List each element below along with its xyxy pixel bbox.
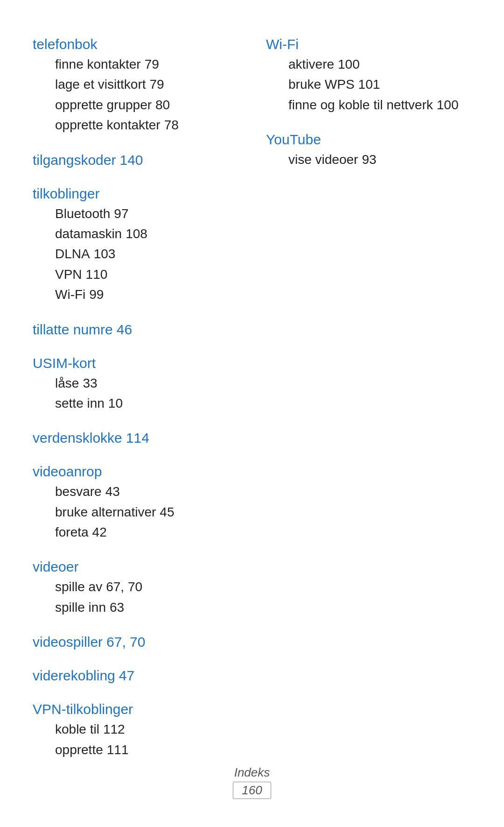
sub-number: 78 xyxy=(164,115,179,135)
list-item: opprette kontakter 78 xyxy=(55,115,238,135)
index-entry-youtube: YouTube vise videoer 93 xyxy=(266,123,471,170)
sub-label: spille av xyxy=(55,577,102,597)
sub-usim-kort: låse 33 sette inn 10 xyxy=(33,373,238,414)
sub-number: 103 xyxy=(94,244,116,264)
page-content: telefonbok finne kontakter 79 lage et vi… xyxy=(0,0,504,818)
list-item: lage et visittkort 79 xyxy=(55,74,238,94)
right-column: Wi-Fi aktivere 100 bruke WPS 101 finne o… xyxy=(257,28,471,762)
list-item: besvare 43 xyxy=(55,481,238,502)
list-item: spille av 67, 70 xyxy=(55,577,238,597)
heading-wifi: Wi-Fi xyxy=(266,36,299,52)
heading-usim-kort: USIM-kort xyxy=(33,355,96,371)
sub-number: 99 xyxy=(89,284,104,304)
list-item: VPN 110 xyxy=(55,264,238,284)
list-item: vise videoer 93 xyxy=(288,149,471,170)
index-entry-videoanrop: videoanrop besvare 43 bruke alternativer… xyxy=(33,455,238,542)
index-entry-usim-kort: USIM-kort låse 33 sette inn 10 xyxy=(33,347,238,414)
sub-number: 101 xyxy=(358,74,380,94)
sub-label: vise videoer xyxy=(288,149,358,170)
list-item: sette inn 10 xyxy=(55,393,238,413)
heading-tilgangskoder: tilgangskoder xyxy=(33,152,116,168)
sub-number: 43 xyxy=(105,481,120,502)
list-item: foreta 42 xyxy=(55,522,238,542)
sub-label: finne og koble til nettverk xyxy=(288,95,433,115)
sub-label: DLNA xyxy=(55,244,90,264)
page-footer: Indeks 160 xyxy=(0,765,504,799)
heading-row: verdensklokke 114 xyxy=(33,422,238,447)
list-item: spille inn 63 xyxy=(55,597,238,617)
heading-number-verdensklokke: 114 xyxy=(126,430,149,446)
sub-label: besvare xyxy=(55,481,102,502)
sub-number: 79 xyxy=(150,74,164,94)
sub-youtube: vise videoer 93 xyxy=(266,149,471,170)
list-item: Bluetooth 97 xyxy=(55,204,238,224)
index-entry-videospiller: videospiller 67, 70 xyxy=(33,626,238,651)
heading-row: USIM-kort xyxy=(33,347,238,372)
heading-tillatte-numre: tillatte numre xyxy=(33,322,113,338)
sub-number: 80 xyxy=(155,95,170,115)
heading-verdensklokke: verdensklokke xyxy=(33,430,122,446)
sub-number: 97 xyxy=(114,204,128,224)
index-entry-tilgangskoder: tilgangskoder 140 xyxy=(33,144,238,169)
index-entry-tillatte-numre: tillatte numre 46 xyxy=(33,313,238,339)
index-entry-wifi: Wi-Fi aktivere 100 bruke WPS 101 finne o… xyxy=(266,28,471,115)
sub-number: 93 xyxy=(362,149,376,170)
index-entry-verdensklokke: verdensklokke 114 xyxy=(33,422,238,447)
heading-videospiller: videospiller xyxy=(33,634,103,650)
index-entry-vpn-tilkoblinger: VPN-tilkoblinger koble til 112 opprette … xyxy=(33,693,238,760)
heading-videoanrop: videoanrop xyxy=(33,464,102,480)
sub-label: Bluetooth xyxy=(55,204,110,224)
list-item: aktivere 100 xyxy=(288,54,471,74)
footer-page-number: 160 xyxy=(233,782,271,799)
sub-number: 42 xyxy=(92,522,107,542)
list-item: låse 33 xyxy=(55,373,238,393)
sub-label: bruke WPS xyxy=(288,74,355,94)
sub-label: spille inn xyxy=(55,597,106,617)
sub-number: 45 xyxy=(160,502,174,522)
heading-number-videospiller: 67, 70 xyxy=(106,634,145,650)
sub-number: 79 xyxy=(145,54,159,74)
sub-videoanrop: besvare 43 bruke alternativer 45 foreta … xyxy=(33,481,238,542)
list-item: finne og koble til nettverk 100 xyxy=(288,95,471,115)
sub-number: 33 xyxy=(83,373,97,393)
sub-label: foreta xyxy=(55,522,89,542)
heading-viderekobling: viderekobling xyxy=(33,668,115,684)
sub-number: 100 xyxy=(338,54,360,74)
sub-number: 110 xyxy=(86,264,108,284)
sub-number: 100 xyxy=(437,95,459,115)
sub-label: VPN xyxy=(55,264,82,284)
list-item: bruke alternativer 45 xyxy=(55,502,238,522)
heading-row: videoanrop xyxy=(33,455,238,481)
list-item: Wi-Fi 99 xyxy=(55,284,238,304)
index-entry-viderekobling: viderekobling 47 xyxy=(33,659,238,685)
sub-wifi: aktivere 100 bruke WPS 101 finne og kobl… xyxy=(266,54,471,115)
sub-label: sette inn xyxy=(55,393,105,413)
sub-number: 112 xyxy=(103,719,125,739)
sub-number: 63 xyxy=(110,597,124,617)
index-entry-videoer: videoer spille av 67, 70 spille inn 63 xyxy=(33,551,238,617)
sub-label: aktivere xyxy=(288,54,334,74)
heading-row: videospiller 67, 70 xyxy=(33,626,238,651)
sub-telefonbok: finne kontakter 79 lage et visittkort 79… xyxy=(33,54,238,135)
heading-row: VPN-tilkoblinger xyxy=(33,693,238,718)
sub-label: koble til xyxy=(55,719,99,739)
sub-label: lage et visittkort xyxy=(55,74,146,94)
heading-number-tillatte-numre: 46 xyxy=(117,322,132,338)
index-entry-tilkoblinger: tilkoblinger Bluetooth 97 datamaskin 108… xyxy=(33,177,238,305)
heading-vpn-tilkoblinger: VPN-tilkoblinger xyxy=(33,701,133,717)
heading-row: viderekobling 47 xyxy=(33,659,238,685)
sub-label: opprette kontakter xyxy=(55,115,161,135)
sub-label: opprette xyxy=(55,740,103,760)
list-item: datamaskin 108 xyxy=(55,224,238,244)
heading-row: Wi-Fi xyxy=(266,28,471,53)
sub-label: Wi-Fi xyxy=(55,284,85,304)
left-column: telefonbok finne kontakter 79 lage et vi… xyxy=(33,28,257,762)
sub-vpn-tilkoblinger: koble til 112 opprette 111 xyxy=(33,719,238,760)
sub-number: 10 xyxy=(108,393,123,413)
heading-youtube: YouTube xyxy=(266,132,321,148)
sub-label: bruke alternativer xyxy=(55,502,156,522)
heading-row: videoer xyxy=(33,551,238,576)
heading-row: tillatte numre 46 xyxy=(33,313,238,339)
heading-row: tilgangskoder 140 xyxy=(33,144,238,169)
footer-label: Indeks xyxy=(234,765,270,780)
